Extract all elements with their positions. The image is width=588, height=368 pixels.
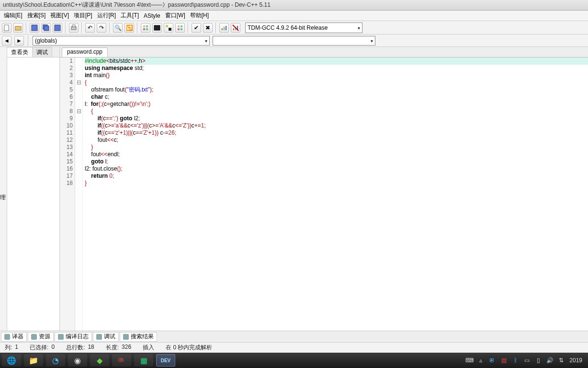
taskbar-ie-icon[interactable]: 🌐 xyxy=(2,354,21,367)
taskbar-app2-icon[interactable]: ◆ xyxy=(90,354,109,367)
svg-rect-2 xyxy=(32,25,37,31)
chevron-down-icon xyxy=(358,24,360,31)
menu-item[interactable]: 工具[T] xyxy=(121,12,139,20)
bottom-tab-label: 资源 xyxy=(39,333,50,341)
main-toolbar: ↶ ↷ 🔍 🔁 ✔ ✖ TDM-GCC 4.9.2 64-bit Release xyxy=(0,21,588,34)
tab-icon xyxy=(123,334,129,340)
fold-gutter[interactable]: ⊟⊟ xyxy=(75,58,83,331)
code-content[interactable]: #include<bits/stdc++.h>using namespace s… xyxy=(83,58,588,331)
menubar: 编辑[E]搜索[S]视图[V]项目[P]运行[R]工具[T]AStyle窗口[W… xyxy=(0,11,588,21)
bottom-tab[interactable]: 调试 xyxy=(93,332,119,342)
find-button[interactable]: 🔍 xyxy=(113,23,123,33)
profile-button[interactable] xyxy=(219,23,229,33)
taskbar-explorer-icon[interactable]: 📁 xyxy=(24,354,43,367)
side-tabs: 查看类调试 xyxy=(7,47,59,58)
svg-rect-15 xyxy=(178,25,180,27)
menu-item[interactable]: 运行[R] xyxy=(97,12,116,20)
status-mode: 插入 xyxy=(143,344,154,352)
scope-select[interactable]: (globals) xyxy=(33,36,210,46)
scope-toolbar: ◄ ► (globals) xyxy=(0,34,588,47)
keyboard-icon[interactable]: ⌨ xyxy=(466,357,473,364)
new-file-button[interactable] xyxy=(2,23,11,33)
svg-rect-11 xyxy=(146,28,148,30)
svg-rect-5 xyxy=(55,25,60,31)
bottom-tabs: 译器资源编译日志调试搜索结果 xyxy=(0,331,588,342)
side-tab[interactable]: 查看类 xyxy=(7,47,33,57)
bottom-tab[interactable]: 编译日志 xyxy=(55,332,92,342)
taskbar-devcpp-icon[interactable]: DEV xyxy=(156,354,175,367)
status-column: 列:1 xyxy=(5,344,18,352)
menu-item[interactable]: 帮助[H] xyxy=(190,12,209,20)
taskbar: 🌐 📁 ◔ ◉ ◆ ෧ ▦ DEV ⌨ ▵ ⛨ ▤ ᛒ ▭ ▯ 🔊 ⇅ 2019 xyxy=(0,353,588,368)
taskbar-video-icon[interactable]: ▦ xyxy=(134,354,153,367)
bluetooth-icon[interactable]: ᛒ xyxy=(512,357,519,364)
bottom-tab[interactable]: 译器 xyxy=(1,332,27,342)
compiler-select-value: TDM-GCC 4.9.2 64-bit Release xyxy=(248,24,328,31)
goto-back-button[interactable]: ◄ xyxy=(2,36,11,46)
menu-item[interactable]: 视图[V] xyxy=(50,12,69,20)
print-button[interactable] xyxy=(69,23,79,33)
toolbar-separator xyxy=(215,23,216,33)
profile-delete-button[interactable] xyxy=(231,23,240,33)
toolbar-separator xyxy=(26,23,27,33)
file-tabs: password.cpp xyxy=(60,47,588,58)
tray-clock[interactable]: 2019 xyxy=(569,357,582,364)
save-button[interactable] xyxy=(30,23,39,33)
pdf-icon[interactable]: ▤ xyxy=(500,357,507,364)
battery-icon[interactable]: ▯ xyxy=(535,357,542,364)
taskbar-app1-icon[interactable]: ◔ xyxy=(46,354,65,367)
file-tab-label: password.cpp xyxy=(67,48,102,55)
goto-fwd-button[interactable]: ► xyxy=(14,36,24,46)
wifi-icon[interactable]: ⇅ xyxy=(558,357,565,364)
class-view[interactable] xyxy=(7,58,59,331)
debug-button[interactable]: ✔ xyxy=(192,23,201,33)
toolbar-separator xyxy=(137,23,138,33)
status-done: 在 0 秒内完成解析 xyxy=(166,344,212,352)
open-button[interactable] xyxy=(13,23,23,33)
rebuild-button[interactable] xyxy=(175,23,185,33)
workspace: 理 查看类调试 password.cpp 1234567891011121314… xyxy=(0,47,588,331)
scope-select-value: (globals) xyxy=(35,37,57,44)
stop-button[interactable]: ✖ xyxy=(203,23,213,33)
member-select[interactable] xyxy=(213,36,375,46)
menu-item[interactable]: 编辑[E] xyxy=(4,12,23,20)
shield-icon[interactable]: ⛨ xyxy=(489,357,496,364)
compile-run-button[interactable] xyxy=(164,23,173,33)
chevron-up-icon[interactable]: ▵ xyxy=(477,357,484,364)
volume-icon[interactable]: 🔊 xyxy=(546,357,553,364)
taskbar-music-icon[interactable]: ෧ xyxy=(112,354,131,367)
svg-rect-21 xyxy=(226,26,226,30)
code-editor[interactable]: 123456789101112131415161718 ⊟⊟ #include<… xyxy=(60,58,588,331)
statusbar: 列:1 已选择:0 总行数:18 长度:326 插入 在 0 秒内完成解析 xyxy=(0,342,588,353)
toolbar-separator xyxy=(28,35,29,46)
bottom-tab[interactable]: 搜索结果 xyxy=(120,332,157,342)
redo-button[interactable]: ↷ xyxy=(97,23,106,33)
system-tray[interactable]: ⌨ ▵ ⛨ ▤ ᛒ ▭ ▯ 🔊 ⇅ 2019 xyxy=(466,357,586,364)
save-as-button[interactable] xyxy=(53,23,62,33)
svg-rect-9 xyxy=(146,25,148,27)
save-all-button[interactable] xyxy=(41,23,51,33)
menu-item[interactable]: AStyle xyxy=(144,12,160,19)
replace-button[interactable]: 🔁 xyxy=(124,23,134,33)
compile-button[interactable] xyxy=(141,23,150,33)
svg-rect-14 xyxy=(169,28,171,31)
menu-item[interactable]: 项目[P] xyxy=(74,12,92,20)
run-button[interactable] xyxy=(152,23,162,33)
status-length: 长度:326 xyxy=(106,344,131,352)
svg-rect-8 xyxy=(143,25,145,27)
menu-item[interactable]: 窗口[W] xyxy=(165,12,185,20)
svg-rect-6 xyxy=(71,27,76,30)
undo-button[interactable]: ↶ xyxy=(85,23,95,33)
menu-item[interactable]: 搜索[S] xyxy=(27,12,46,20)
taskbar-chrome-icon[interactable]: ◉ xyxy=(68,354,87,367)
status-lines: 总行数:18 xyxy=(66,344,94,352)
side-tab[interactable]: 调试 xyxy=(33,47,52,57)
compiler-select[interactable]: TDM-GCC 4.9.2 64-bit Release xyxy=(245,23,362,33)
file-tab-password[interactable]: password.cpp xyxy=(62,47,108,57)
bottom-tab[interactable]: 资源 xyxy=(28,332,54,342)
svg-rect-13 xyxy=(166,25,168,27)
collapsed-panel-label[interactable]: 理 xyxy=(0,47,7,331)
chevron-down-icon xyxy=(371,37,373,44)
display-icon[interactable]: ▭ xyxy=(523,357,530,364)
svg-rect-10 xyxy=(143,28,145,30)
